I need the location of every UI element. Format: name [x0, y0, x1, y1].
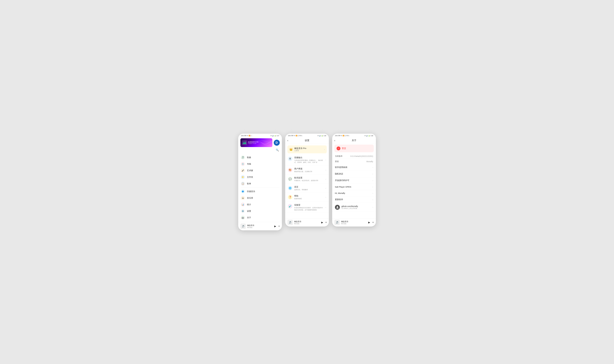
banner-wave	[255, 138, 272, 147]
settings-item-language[interactable]: 🌐 语言 选择语言、帮助翻译 ›	[285, 184, 329, 193]
github-avatar	[335, 205, 340, 210]
status-bar-3: 没有 SIM 卡 📶 1.2 K/s ↓ 👁 🔊 🔋 3:38	[332, 134, 376, 137]
bar4	[245, 142, 245, 144]
back-button-2[interactable]: ‹	[287, 139, 292, 142]
about-link-hi[interactable]: Hi, Moriafly ›	[332, 190, 376, 196]
lyrics-subtitle: 车载歌词、状态栏歌词、桌面歌词等	[294, 180, 324, 182]
language-text: 语言 选择语言、帮助翻译	[294, 186, 324, 191]
player-sub-1: Moriafly	[247, 227, 273, 228]
search-button[interactable]: 🔍	[275, 148, 280, 153]
help-icon: ❓	[288, 195, 292, 199]
status-time-2: 3:38	[323, 135, 326, 137]
about-list: 赞赏 当前版本 8.3.0-beta01(2022122201) 渠道 Mori…	[332, 143, 376, 218]
player-thumb-3: 🎵	[334, 220, 340, 225]
menu-item-scan[interactable]: 🔷 扫描音乐	[238, 188, 282, 195]
menu-item-folders[interactable]: 📁 文件夹	[238, 174, 282, 180]
menu-item-library[interactable]: 🗂 音乐库	[238, 195, 282, 201]
audio-title: 音频输出	[294, 156, 324, 159]
audio-arrow-icon: ›	[325, 159, 326, 161]
status-right-1: 👁 🔊 🔋 3:37	[270, 135, 279, 137]
status-right-2: 👁 🔊 🔋 3:38	[318, 135, 326, 137]
player-sub-2: Moriafly	[294, 223, 320, 224]
back-button-3[interactable]: ‹	[334, 139, 339, 142]
play-button-2[interactable]: ▶	[321, 221, 323, 224]
folders-label: 文件夹	[247, 176, 253, 179]
pro-text: 椒盐音乐 Pro 已禁用	[294, 147, 322, 152]
bar2	[243, 142, 244, 144]
lab-text: 实验室 欢迎使用椒盐音乐实验室，这里的功能并非稳定仅供体验，且可能随时被移除	[294, 204, 324, 211]
pro-arrow-icon: ›	[324, 148, 325, 150]
banner[interactable]: AUDIOFX V4 Original Sound	[240, 138, 272, 147]
settings-item-lab[interactable]: 🧪 实验室 欢迎使用椒盐音乐实验室，这里的功能并非稳定仅供体验，且可能随时被移除…	[285, 202, 329, 213]
about-link-tos[interactable]: 软件使用条例 ›	[332, 164, 376, 171]
play-button-3[interactable]: ▶	[368, 221, 370, 224]
github-subtitle: 在 Github 上关注开发者	[342, 208, 371, 209]
about-page-title: 关于	[339, 139, 369, 142]
github-item[interactable]: github.com/Moriafly 在 Github 上关注开发者 ›	[332, 203, 376, 212]
settings-item-audio[interactable]: 🎙 音频输出 与其他应用同时播放（音频焦点）、输出模式、采样率、解码、DSD、D…	[285, 155, 329, 166]
status-time-3: 3:38	[371, 135, 373, 137]
player-info-1: 椒盐音乐 Moriafly	[247, 224, 273, 228]
player-info-2: 椒盐音乐 Moriafly	[294, 220, 320, 224]
update-arrow-icon: ›	[373, 198, 373, 201]
opensource-label: 开放源代码许可	[335, 179, 349, 182]
praise-label: 赞赏	[342, 147, 346, 150]
queue-button-2[interactable]: ≡	[325, 221, 327, 224]
lyrics-icon: 💬	[288, 177, 292, 181]
settings-label: 设置	[247, 210, 251, 212]
lab-subtitle: 欢迎使用椒盐音乐实验室，这里的功能并非稳定仅供体验，且可能随时被移除	[294, 207, 324, 211]
menu-item-artists[interactable]: 🎤 艺术家	[238, 167, 282, 174]
albums-icon: 💿	[241, 162, 245, 166]
praise-item[interactable]: 赞赏	[334, 144, 374, 152]
play-button-1[interactable]: ▶	[274, 225, 276, 228]
check-icon	[337, 147, 339, 149]
lab-icon: 🧪	[288, 204, 292, 208]
ui-text: 用户界面 播放界面主题、沉浸模式等	[294, 168, 324, 173]
phone2: 没有 SIM 卡 📶 1.3 K/s ↓ 👁 🔊 🔋 3:38 ‹ 设置 👑 椒…	[285, 134, 329, 226]
github-text: github.com/Moriafly 在 Github 上关注开发者	[342, 205, 371, 209]
opensource-arrow-icon: ›	[373, 179, 373, 182]
about-link-opensource[interactable]: 开放源代码许可 ›	[332, 177, 376, 184]
divider1	[241, 187, 279, 188]
ui-icon: 🎨	[288, 168, 292, 172]
menu-item-about[interactable]: 🤖 关于	[238, 214, 282, 221]
folders-icon: 📁	[241, 175, 245, 179]
d-logo[interactable]: D	[274, 140, 280, 146]
player-title-2: 椒盐音乐	[294, 220, 320, 223]
about-link-saltplayer[interactable]: Salt Player OPEN ›	[332, 184, 376, 190]
github-title: github.com/Moriafly	[342, 205, 371, 208]
menu-item-settings[interactable]: ⚙️ 设置	[238, 208, 282, 214]
language-icon: 🌐	[288, 186, 292, 190]
queue-button-3[interactable]: ≡	[372, 221, 374, 224]
menu-item-playlists[interactable]: 📋 歌单	[238, 180, 282, 187]
banner-bars	[243, 141, 246, 144]
pro-item[interactable]: 👑 椒盐音乐 Pro 已禁用 ›	[287, 145, 327, 153]
settings-item-ui[interactable]: 🎨 用户界面 播放界面主题、沉浸模式等 ›	[285, 166, 329, 175]
player-bar-3: 🎵 椒盐音乐 Moriafly ▶ ≡	[332, 218, 376, 226]
tos-arrow-icon: ›	[373, 166, 373, 169]
version-row: 当前版本 8.3.0-beta01(2022122201)	[335, 154, 373, 159]
channel-value: Moriafly	[366, 160, 373, 163]
artists-icon: 🎤	[241, 169, 245, 172]
queue-button-1[interactable]: ≡	[278, 225, 280, 227]
settings-list: 👑 椒盐音乐 Pro 已禁用 › 🎙 音频输出 与其他应用同时播放（音频焦点）、…	[285, 143, 329, 218]
status-left-2: 没有 SIM 卡 📶 1.3 K/s ↓	[288, 135, 303, 137]
menu-item-songs[interactable]: 🎵 歌曲	[238, 154, 282, 161]
saltplayer-label: Salt Player OPEN	[335, 186, 351, 188]
settings-item-lyrics[interactable]: 💬 歌词设置 车载歌词、状态栏歌词、桌面歌词等 ›	[285, 175, 329, 184]
settings-item-help[interactable]: ❓ 帮助 看看帮助吧 ›	[285, 193, 329, 202]
privacy-label: 隐私协议	[335, 173, 343, 175]
status-icons-1: 👁 🔊 🔋	[270, 135, 276, 137]
about-header: ‹ 关于	[332, 137, 376, 143]
settings-page-title: 设置	[292, 139, 322, 142]
albums-label: 专辑	[247, 163, 251, 165]
about-link-privacy[interactable]: 隐私协议 ›	[332, 171, 376, 177]
about-link-update[interactable]: 更新软件 ›	[332, 196, 376, 203]
player-bar-2: 🎵 椒盐音乐 Moriafly ▶ ≡	[285, 218, 329, 226]
status-left-1: 没有 SIM 卡 📶 1 ↓	[241, 135, 253, 137]
pro-title: 椒盐音乐 Pro	[294, 147, 322, 150]
hi-label: Hi, Moriafly	[335, 192, 345, 194]
menu-item-albums[interactable]: 💿 专辑	[238, 161, 282, 167]
hi-arrow-icon: ›	[373, 192, 373, 194]
menu-item-stats[interactable]: 📊 统计	[238, 201, 282, 208]
